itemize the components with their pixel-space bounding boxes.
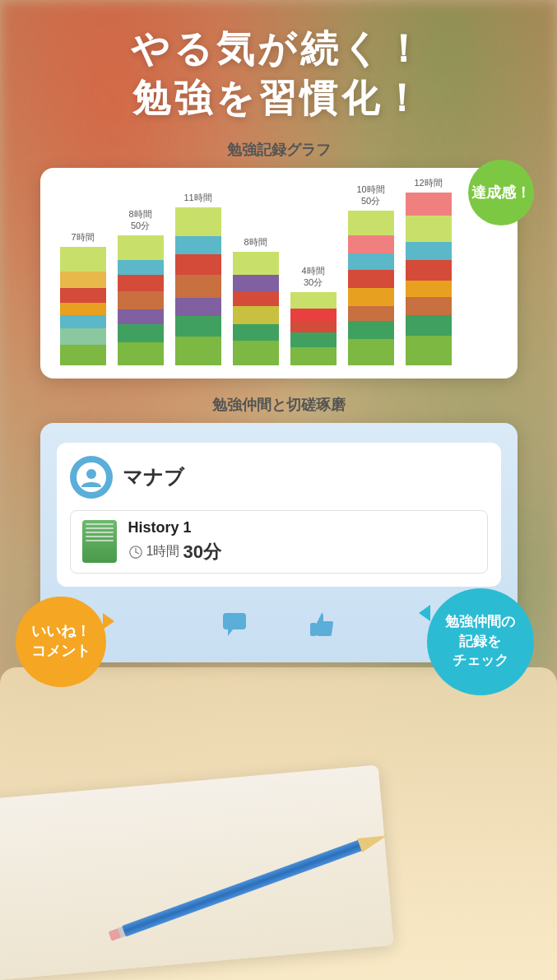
- bar-label-3: 11時間: [183, 192, 211, 203]
- bar-seg: [233, 306, 279, 324]
- svg-marker-5: [228, 629, 233, 636]
- bar-seg: [348, 270, 394, 288]
- friends-line3: チェック: [453, 651, 508, 671]
- bar-seg: [175, 254, 221, 275]
- post-card: マナブ History 1: [57, 443, 501, 587]
- bar-seg: [118, 342, 164, 365]
- bar-seg: [60, 315, 106, 328]
- friends-line1: 勉強仲間の: [445, 612, 515, 632]
- bar-seg: [118, 275, 164, 291]
- bar-stack-3: [175, 207, 221, 365]
- svg-line-3: [136, 552, 139, 554]
- bar-seg: [348, 288, 394, 306]
- bar-seg: [406, 260, 452, 281]
- bar-seg: [290, 321, 337, 332]
- bar-seg: [118, 324, 164, 342]
- achievement-bubble: 達成感！: [468, 160, 534, 225]
- bar-stack-4: [233, 252, 279, 365]
- bar-label-7: 12時間: [414, 177, 442, 188]
- comment-button[interactable]: [218, 606, 254, 643]
- bar-seg: [233, 324, 279, 341]
- bar-group-4: 8時間: [233, 236, 279, 365]
- bar-seg: [118, 309, 164, 324]
- time-suffix: 30分: [183, 540, 220, 564]
- book-line: [86, 523, 114, 525]
- book-line: [86, 536, 114, 537]
- bar-stack-7: [406, 193, 452, 365]
- bar-seg: [175, 337, 221, 365]
- hero-line2: 勉強を習慣化！: [131, 74, 425, 123]
- svg-point-0: [86, 469, 96, 479]
- main-content: やる気が続く！ 勉強を習慣化！ 勉強記録グラフ 達成感！ 7時間: [0, 0, 557, 692]
- bar-group-7: 12時間: [406, 177, 452, 365]
- avatar-icon: [77, 462, 106, 492]
- bar-seg: [60, 272, 106, 288]
- study-record-row: History 1 1時間 30分: [70, 510, 488, 574]
- bar-seg: [233, 291, 279, 306]
- bar-seg: [175, 236, 221, 254]
- bar-label-5: 4時間30分: [301, 265, 324, 289]
- bar-seg: [290, 292, 337, 309]
- social-card: マナブ History 1: [40, 423, 518, 662]
- book-line: [86, 532, 114, 533]
- bar-seg: [348, 211, 394, 235]
- bar-seg: [60, 345, 106, 365]
- bar-seg: [175, 275, 221, 298]
- thumbs-up-icon: [307, 610, 337, 639]
- username: マナブ: [123, 464, 184, 490]
- svg-rect-6: [310, 623, 317, 636]
- bar-seg: [118, 260, 164, 275]
- bar-seg: [406, 216, 452, 242]
- bar-seg: [60, 247, 106, 272]
- bar-seg: [60, 303, 106, 315]
- bar-label-4: 8時間: [244, 236, 267, 248]
- bar-group-2: 8時間50分: [118, 208, 164, 365]
- graph-section-label: 勉強記録グラフ: [227, 140, 331, 160]
- bar-seg: [233, 341, 279, 365]
- bar-stack-1: [60, 247, 106, 365]
- like-button[interactable]: [304, 606, 340, 643]
- check-tail: [419, 605, 430, 621]
- bar-stack-6: [348, 211, 394, 365]
- bar-seg: [348, 339, 394, 365]
- like-line2: コメント: [31, 642, 91, 661]
- comment-icon: [221, 610, 251, 639]
- bar-group-3: 11時間: [175, 192, 221, 365]
- bar-group-6: 10時間50分: [348, 183, 394, 365]
- bar-seg: [348, 321, 394, 339]
- friends-line2: 記録を: [459, 632, 501, 652]
- hero-line1: やる気が続く！: [131, 25, 425, 74]
- bar-label-1: 7時間: [71, 231, 94, 243]
- bar-seg: [406, 315, 452, 336]
- bar-group-1: 7時間: [60, 231, 106, 365]
- comment-tail: [103, 613, 114, 629]
- bar-seg: [118, 235, 164, 260]
- social-section-label: 勉強仲間と切磋琢磨: [212, 395, 346, 415]
- svg-rect-4: [223, 613, 246, 629]
- notebook: [0, 765, 394, 980]
- bar-seg: [290, 347, 337, 365]
- bar-seg: [406, 281, 452, 297]
- bar-chart: 7時間 8時間50分: [60, 184, 498, 365]
- like-line1: いいね！: [31, 622, 91, 641]
- record-info: History 1 1時間 30分: [128, 519, 221, 564]
- bar-seg: [406, 297, 452, 315]
- post-user-row: マナブ: [70, 456, 488, 499]
- bar-seg: [233, 252, 279, 275]
- graph-card: 達成感！ 7時間: [40, 168, 518, 379]
- bar-seg: [175, 207, 221, 236]
- study-friends-bubble: 勉強仲間の 記録を チェック: [427, 588, 534, 695]
- bar-seg: [60, 288, 106, 303]
- bar-seg: [290, 332, 337, 347]
- bar-seg: [118, 291, 164, 309]
- user-icon: [80, 466, 103, 489]
- record-time: 1時間 30分: [128, 540, 221, 564]
- bar-seg: [348, 253, 394, 270]
- record-title: History 1: [128, 519, 221, 536]
- bar-seg: [175, 298, 221, 316]
- bar-seg: [348, 235, 394, 253]
- bar-seg: [290, 309, 337, 321]
- bar-group-5: 4時間30分: [290, 265, 337, 365]
- avatar: [70, 456, 113, 499]
- bar-seg: [348, 306, 394, 321]
